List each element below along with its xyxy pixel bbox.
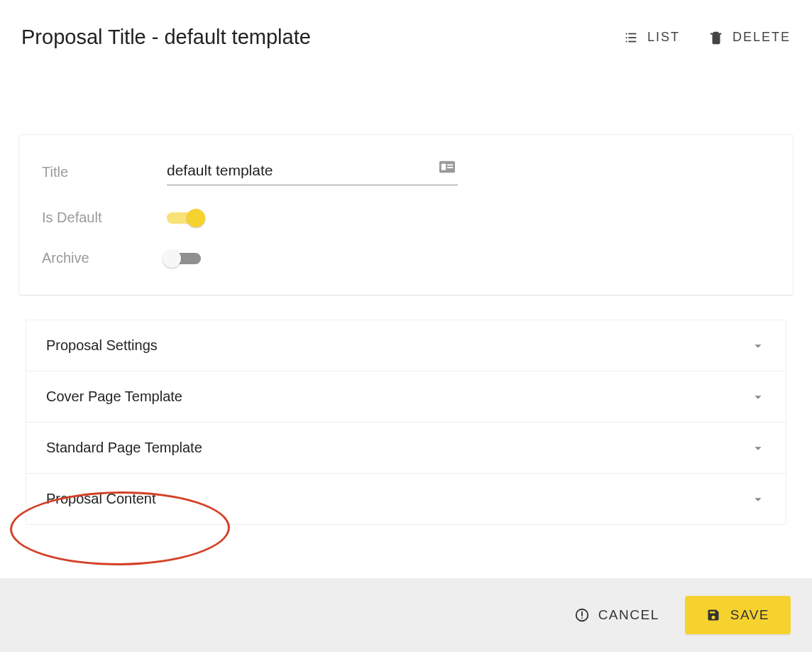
svg-point-12: [581, 617, 583, 619]
svg-rect-4: [628, 37, 636, 38]
archive-toggle[interactable]: [167, 253, 201, 264]
page-title: Proposal Title - default template: [21, 26, 311, 49]
trash-icon: [708, 30, 724, 45]
accordion-panels: Proposal Settings Cover Page Template St…: [26, 320, 786, 525]
save-label: SAVE: [730, 607, 769, 623]
panel-label: Standard Page Template: [46, 440, 202, 456]
page-header: Proposal Title - default template LIST D…: [0, 0, 812, 63]
title-field-wrap: [167, 159, 458, 185]
delete-button[interactable]: DELETE: [708, 30, 791, 45]
panel-label: Proposal Content: [46, 491, 156, 507]
svg-rect-0: [626, 33, 627, 34]
panel-label: Cover Page Template: [46, 389, 182, 405]
archive-label: Archive: [42, 250, 167, 266]
save-icon: [706, 608, 720, 622]
list-button[interactable]: LIST: [623, 30, 680, 45]
title-row: Title: [42, 159, 770, 185]
chevron-down-icon: [750, 491, 766, 507]
cancel-label: CANCEL: [598, 607, 659, 623]
svg-rect-2: [626, 40, 627, 42]
alert-circle-icon: [574, 607, 590, 623]
is-default-toggle[interactable]: [167, 212, 201, 224]
delete-label: DELETE: [733, 30, 791, 45]
svg-rect-1: [626, 37, 627, 38]
title-label: Title: [42, 164, 167, 180]
toggle-knob: [163, 249, 181, 268]
chevron-down-icon: [750, 338, 766, 354]
chevron-down-icon: [750, 389, 766, 405]
title-input[interactable]: [167, 159, 458, 185]
save-button[interactable]: SAVE: [685, 596, 791, 634]
svg-rect-7: [441, 163, 446, 170]
toggle-knob: [187, 209, 205, 227]
panel-proposal-settings[interactable]: Proposal Settings: [26, 320, 786, 371]
svg-rect-9: [447, 167, 453, 168]
list-icon: [623, 30, 639, 45]
panel-proposal-content[interactable]: Proposal Content: [26, 474, 786, 524]
is-default-label: Is Default: [42, 210, 167, 226]
panel-standard-page-template[interactable]: Standard Page Template: [26, 423, 786, 474]
panel-label: Proposal Settings: [46, 337, 158, 354]
chevron-down-icon: [750, 440, 766, 456]
form-card: Title Is Default Archive: [18, 134, 794, 295]
svg-rect-8: [447, 164, 453, 165]
cancel-button[interactable]: CANCEL: [574, 607, 659, 623]
header-actions: LIST DELETE: [623, 30, 791, 45]
is-default-row: Is Default: [42, 210, 770, 226]
svg-rect-3: [628, 33, 636, 34]
footer-bar: CANCEL SAVE: [0, 578, 812, 652]
id-card-icon: [439, 161, 455, 173]
list-label: LIST: [647, 30, 680, 45]
svg-rect-5: [628, 40, 636, 42]
panel-cover-page-template[interactable]: Cover Page Template: [26, 371, 786, 423]
archive-row: Archive: [42, 250, 770, 266]
